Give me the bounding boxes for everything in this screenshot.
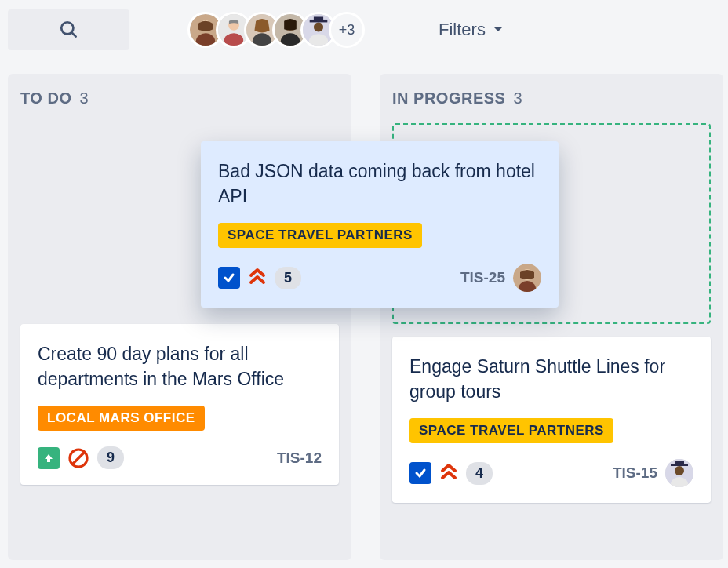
- filters-button[interactable]: Filters: [439, 20, 504, 40]
- svg-point-15: [314, 22, 323, 31]
- story-points: 4: [466, 462, 493, 485]
- story-points: 9: [97, 446, 124, 469]
- search-icon: [59, 20, 79, 40]
- task-type-icon: [410, 462, 431, 484]
- filters-label: Filters: [439, 20, 486, 40]
- story-type-icon: [38, 447, 60, 469]
- card-tis-25-dragging[interactable]: Bad JSON data coming back from hotel API…: [201, 141, 559, 308]
- card-title: Engage Saturn Shuttle Lines for group to…: [410, 354, 693, 404]
- card-tis-12[interactable]: Create 90 day plans for all departments …: [20, 324, 339, 485]
- chevron-down-icon: [492, 24, 504, 36]
- svg-line-1: [71, 32, 75, 36]
- topbar: +3 Filters: [0, 0, 728, 60]
- issue-id: TIS-25: [460, 269, 505, 286]
- priority-highest-icon: [439, 461, 458, 486]
- svg-rect-18: [314, 16, 323, 20]
- svg-point-7: [224, 33, 243, 46]
- task-type-icon: [218, 267, 240, 289]
- blocked-icon: [67, 447, 89, 469]
- search-button[interactable]: [8, 9, 129, 50]
- svg-line-20: [72, 452, 85, 464]
- column-header-in-progress: IN PROGRESS 3: [392, 89, 711, 107]
- assignee-avatar[interactable]: [513, 264, 541, 292]
- card-label: LOCAL MARS OFFICE: [38, 406, 205, 431]
- assignee-avatar[interactable]: [665, 459, 693, 487]
- column-label: TO DO: [20, 89, 71, 107]
- card-title: Create 90 day plans for all departments …: [38, 341, 322, 391]
- avatar-overflow[interactable]: +3: [329, 12, 365, 48]
- card-label: SPACE TRAVEL PARTNERS: [218, 223, 422, 248]
- card-tis-15[interactable]: Engage Saturn Shuttle Lines for group to…: [392, 337, 711, 503]
- card-footer: 4 TIS-15: [410, 459, 693, 487]
- card-footer: 5 TIS-25: [218, 264, 541, 292]
- issue-id: TIS-12: [277, 450, 322, 467]
- issue-id: TIS-15: [613, 464, 657, 482]
- card-label: SPACE TRAVEL PARTNERS: [410, 418, 613, 443]
- card-title: Bad JSON data coming back from hotel API: [218, 158, 541, 209]
- story-points: 5: [275, 267, 301, 289]
- column-count: 3: [80, 89, 89, 107]
- svg-rect-25: [675, 461, 684, 465]
- column-label: IN PROGRESS: [392, 89, 505, 107]
- avatar-stack: +3: [195, 12, 365, 48]
- column-header-todo: TO DO 3: [20, 89, 339, 107]
- card-footer: 9 TIS-12: [38, 446, 322, 469]
- svg-point-22: [675, 466, 684, 475]
- board: TO DO 3 Create 90 day plans for all depa…: [0, 60, 728, 560]
- priority-highest-icon: [248, 265, 267, 290]
- column-count: 3: [513, 89, 522, 107]
